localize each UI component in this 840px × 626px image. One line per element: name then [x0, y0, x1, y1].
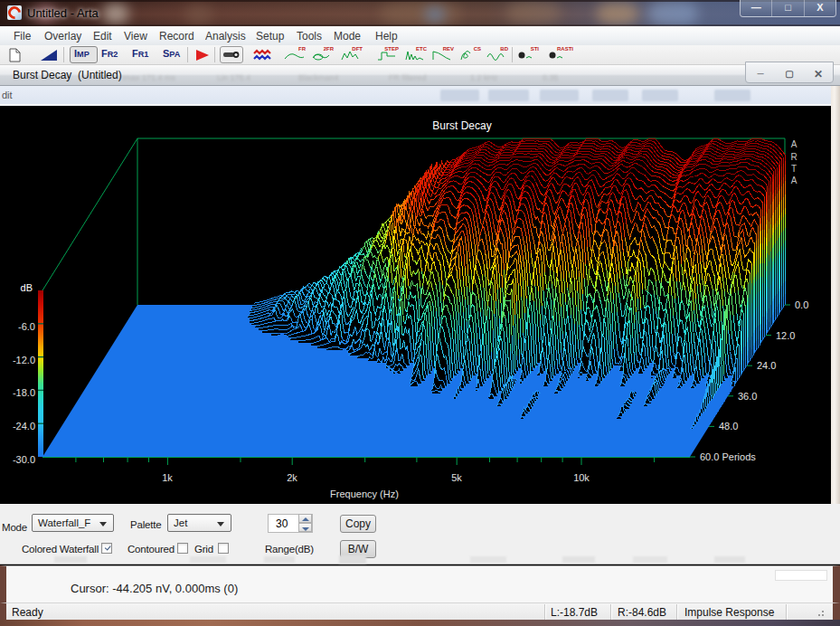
svg-text:-18.0: -18.0 [13, 387, 35, 398]
svg-text:T: T [791, 164, 797, 174]
svg-text:R: R [790, 152, 797, 162]
svg-text:2k: 2k [287, 472, 297, 483]
svg-text:24.0: 24.0 [757, 360, 776, 371]
svg-text:1k: 1k [162, 472, 173, 483]
svg-text:0.0: 0.0 [795, 299, 808, 310]
svg-text:Burst Decay: Burst Decay [432, 119, 491, 132]
svg-text:-6.0: -6.0 [18, 321, 35, 332]
svg-text:10k: 10k [573, 472, 590, 483]
svg-text:dB: dB [21, 282, 33, 293]
svg-text:5k: 5k [451, 472, 462, 483]
svg-text:-12.0: -12.0 [13, 355, 35, 365]
svg-text:Frequency (Hz): Frequency (Hz) [330, 488, 399, 499]
svg-text:-30.0: -30.0 [13, 454, 35, 465]
svg-text:12.0: 12.0 [776, 330, 795, 341]
svg-text:A: A [791, 139, 798, 149]
svg-text:-24.0: -24.0 [13, 421, 35, 432]
svg-text:48.0: 48.0 [719, 421, 738, 432]
svg-text:A: A [791, 175, 798, 185]
svg-text:60.0 Periods: 60.0 Periods [700, 451, 756, 462]
svg-text:36.0: 36.0 [738, 391, 757, 402]
